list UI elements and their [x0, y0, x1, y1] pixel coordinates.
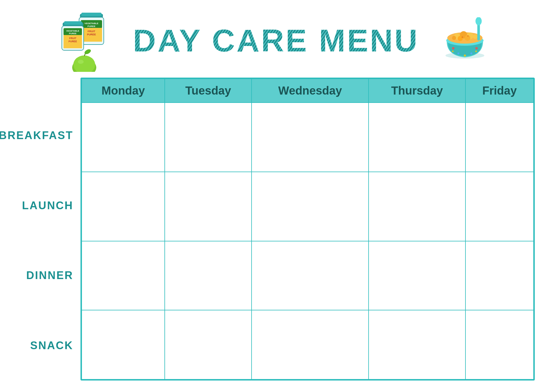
svg-rect-11 — [64, 21, 82, 25]
bowl-illustration: ★ ★ ★ ★ — [439, 17, 491, 63]
col-tuesday: Tuesday — [165, 79, 252, 103]
snack-friday[interactable] — [465, 310, 534, 379]
breakfast-row — [82, 103, 534, 172]
col-thursday: Thursday — [369, 79, 465, 103]
dinner-tuesday[interactable] — [165, 241, 252, 310]
breakfast-friday[interactable] — [465, 103, 534, 172]
svg-point-40 — [452, 36, 456, 40]
svg-point-21 — [73, 55, 95, 72]
launch-wednesday[interactable] — [252, 172, 368, 241]
launch-friday[interactable] — [465, 172, 534, 241]
header-row: Monday Tuesday Wednesday Thursday Friday — [82, 79, 534, 103]
row-labels: BREAKFAST LAUNCH DINNER SNACK — [17, 78, 80, 381]
svg-text:PUREE: PUREE — [68, 40, 77, 43]
snack-label: SNACK — [17, 311, 80, 381]
snack-thursday[interactable] — [369, 310, 465, 379]
launch-label: LAUNCH — [17, 171, 80, 241]
menu-table-container: Monday Tuesday Wednesday Thursday Friday — [80, 78, 535, 381]
launch-monday[interactable] — [82, 172, 165, 241]
col-wednesday: Wednesday — [252, 79, 368, 103]
svg-point-28 — [457, 52, 459, 54]
breakfast-wednesday[interactable] — [252, 103, 368, 172]
launch-tuesday[interactable] — [165, 172, 252, 241]
svg-text:PUREE: PUREE — [87, 25, 95, 28]
main-content: BREAKFAST LAUNCH DINNER SNACK Monday Tue… — [17, 78, 535, 381]
svg-rect-1 — [81, 13, 101, 16]
svg-point-30 — [464, 55, 466, 57]
dinner-label: DINNER — [17, 241, 80, 311]
snack-row — [82, 310, 534, 379]
svg-text:★: ★ — [475, 49, 478, 53]
svg-point-22 — [78, 60, 84, 64]
page-title: DAY CARE MENU — [127, 22, 425, 59]
page-header: VEGETABLE PUREE FRUIT PUREE VEGETA — [17, 11, 535, 69]
breakfast-label: BREAKFAST — [17, 101, 80, 171]
svg-point-39 — [473, 34, 478, 39]
dinner-row — [82, 241, 534, 310]
menu-table: Monday Tuesday Wednesday Thursday Friday — [81, 78, 534, 380]
svg-text:★: ★ — [452, 49, 455, 53]
dinner-friday[interactable] — [465, 241, 534, 310]
breakfast-monday[interactable] — [82, 103, 165, 172]
breakfast-tuesday[interactable] — [165, 103, 252, 172]
snack-wednesday[interactable] — [252, 310, 368, 379]
dinner-thursday[interactable] — [369, 241, 465, 310]
col-monday: Monday — [82, 79, 165, 103]
svg-text:VEGETABLE: VEGETABLE — [66, 30, 79, 32]
svg-text:FRUIT: FRUIT — [87, 30, 95, 33]
svg-text:PUREE: PUREE — [69, 32, 76, 35]
launch-row — [82, 172, 534, 241]
svg-text:VEGETABLE: VEGETABLE — [84, 22, 98, 25]
dinner-wednesday[interactable] — [252, 241, 368, 310]
svg-text:★: ★ — [461, 36, 463, 39]
svg-text:★: ★ — [467, 35, 469, 37]
jar-illustration: VEGETABLE PUREE FRUIT PUREE VEGETA — [61, 11, 113, 69]
launch-thursday[interactable] — [369, 172, 465, 241]
breakfast-thursday[interactable] — [369, 103, 465, 172]
svg-point-29 — [470, 52, 472, 54]
snack-tuesday[interactable] — [165, 310, 252, 379]
snack-monday[interactable] — [82, 310, 165, 379]
col-friday: Friday — [465, 79, 534, 103]
dinner-monday[interactable] — [82, 241, 165, 310]
title-container: VEGETABLE PUREE FRUIT PUREE VEGETA — [61, 11, 491, 69]
label-spacer — [17, 78, 80, 101]
svg-text:FRUIT: FRUIT — [69, 37, 76, 40]
svg-point-44 — [476, 17, 482, 25]
svg-text:PUREE: PUREE — [87, 33, 96, 36]
